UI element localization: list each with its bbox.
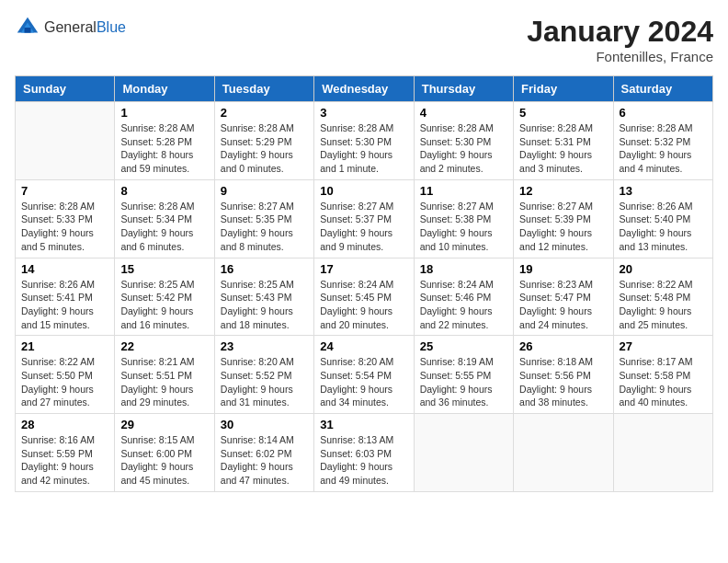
day-number: 22: [120, 339, 208, 353]
day-info: Sunrise: 8:28 AMSunset: 5:28 PMDaylight:…: [120, 121, 208, 176]
calendar-cell: 31Sunrise: 8:13 AMSunset: 6:03 PMDayligh…: [314, 414, 414, 492]
calendar-week-row: 28Sunrise: 8:16 AMSunset: 5:59 PMDayligh…: [16, 414, 713, 492]
calendar-cell: 23Sunrise: 8:20 AMSunset: 5:52 PMDayligh…: [214, 336, 313, 414]
calendar-cell: 15Sunrise: 8:25 AMSunset: 5:42 PMDayligh…: [115, 258, 214, 336]
day-number: 5: [519, 106, 607, 120]
day-info: Sunrise: 8:13 AMSunset: 6:03 PMDaylight:…: [320, 433, 407, 488]
calendar-cell: 21Sunrise: 8:22 AMSunset: 5:50 PMDayligh…: [16, 336, 115, 414]
logo-blue-text: Blue: [97, 19, 126, 36]
weekday-header-monday: Monday: [115, 76, 214, 102]
calendar-cell: [414, 414, 513, 492]
day-info: Sunrise: 8:27 AMSunset: 5:39 PMDaylight:…: [519, 200, 607, 254]
day-number: 21: [21, 339, 108, 353]
day-info: Sunrise: 8:24 AMSunset: 5:45 PMDaylight:…: [320, 278, 407, 332]
day-number: 9: [221, 184, 308, 198]
calendar-cell: 4Sunrise: 8:28 AMSunset: 5:30 PMDaylight…: [414, 102, 513, 180]
day-info: Sunrise: 8:20 AMSunset: 5:52 PMDaylight:…: [221, 355, 308, 409]
day-number: 28: [21, 418, 108, 431]
weekday-header-sunday: Sunday: [16, 76, 115, 102]
day-number: 26: [519, 339, 607, 353]
day-number: 8: [120, 184, 208, 198]
location-subtitle: Fontenilles, France: [527, 49, 713, 64]
day-info: Sunrise: 8:28 AMSunset: 5:34 PMDaylight:…: [120, 200, 208, 254]
day-number: 27: [620, 339, 707, 353]
day-number: 12: [519, 184, 607, 198]
day-info: Sunrise: 8:28 AMSunset: 5:32 PMDaylight:…: [620, 121, 707, 176]
day-number: 6: [620, 106, 707, 120]
calendar-cell: 29Sunrise: 8:15 AMSunset: 6:00 PMDayligh…: [115, 414, 214, 492]
day-number: 30: [221, 418, 308, 431]
calendar-cell: 5Sunrise: 8:28 AMSunset: 5:31 PMDaylight…: [514, 102, 613, 180]
calendar-cell: 13Sunrise: 8:26 AMSunset: 5:40 PMDayligh…: [613, 179, 712, 258]
day-number: 18: [420, 262, 507, 276]
weekday-header-saturday: Saturday: [613, 76, 712, 102]
calendar-cell: 3Sunrise: 8:28 AMSunset: 5:30 PMDaylight…: [314, 102, 414, 180]
calendar-cell: 22Sunrise: 8:21 AMSunset: 5:51 PMDayligh…: [115, 336, 214, 414]
day-info: Sunrise: 8:28 AMSunset: 5:30 PMDaylight:…: [320, 121, 407, 176]
logo: GeneralBlue: [15, 15, 126, 40]
day-number: 10: [320, 184, 407, 198]
day-number: 14: [21, 262, 108, 276]
calendar-week-row: 7Sunrise: 8:28 AMSunset: 5:33 PMDaylight…: [16, 179, 713, 258]
calendar-cell: 19Sunrise: 8:23 AMSunset: 5:47 PMDayligh…: [514, 258, 613, 336]
calendar-cell: 27Sunrise: 8:17 AMSunset: 5:58 PMDayligh…: [613, 336, 712, 414]
day-number: 29: [120, 418, 208, 431]
logo-icon: [15, 15, 40, 40]
day-info: Sunrise: 8:25 AMSunset: 5:43 PMDaylight:…: [221, 278, 308, 332]
calendar-cell: [514, 414, 613, 492]
day-number: 15: [120, 262, 208, 276]
day-number: 1: [120, 106, 208, 120]
day-info: Sunrise: 8:28 AMSunset: 5:31 PMDaylight:…: [519, 121, 607, 176]
calendar-week-row: 21Sunrise: 8:22 AMSunset: 5:50 PMDayligh…: [16, 336, 713, 414]
day-number: 4: [420, 106, 507, 120]
logo-general-text: General: [44, 19, 97, 36]
calendar-cell: 9Sunrise: 8:27 AMSunset: 5:35 PMDaylight…: [214, 179, 313, 258]
weekday-header-tuesday: Tuesday: [214, 76, 313, 102]
calendar-table: SundayMondayTuesdayWednesdayThursdayFrid…: [15, 75, 713, 492]
day-info: Sunrise: 8:22 AMSunset: 5:50 PMDaylight:…: [21, 355, 108, 409]
calendar-cell: 24Sunrise: 8:20 AMSunset: 5:54 PMDayligh…: [314, 336, 414, 414]
day-number: 11: [420, 184, 507, 198]
day-number: 13: [620, 184, 707, 198]
day-number: 3: [320, 106, 407, 120]
day-number: 24: [320, 339, 407, 353]
calendar-cell: 18Sunrise: 8:24 AMSunset: 5:46 PMDayligh…: [414, 258, 513, 336]
weekday-header-wednesday: Wednesday: [314, 76, 414, 102]
calendar-cell: 16Sunrise: 8:25 AMSunset: 5:43 PMDayligh…: [214, 258, 313, 336]
weekday-header-friday: Friday: [514, 76, 613, 102]
day-info: Sunrise: 8:28 AMSunset: 5:33 PMDaylight:…: [21, 200, 108, 254]
day-info: Sunrise: 8:28 AMSunset: 5:29 PMDaylight:…: [221, 121, 308, 176]
day-number: 20: [620, 262, 707, 276]
day-info: Sunrise: 8:18 AMSunset: 5:56 PMDaylight:…: [519, 355, 607, 409]
day-number: 25: [420, 339, 507, 353]
day-number: 2: [221, 106, 308, 120]
day-info: Sunrise: 8:16 AMSunset: 5:59 PMDaylight:…: [21, 433, 108, 488]
day-info: Sunrise: 8:25 AMSunset: 5:42 PMDaylight:…: [120, 278, 208, 332]
calendar-cell: 28Sunrise: 8:16 AMSunset: 5:59 PMDayligh…: [16, 414, 115, 492]
day-number: 19: [519, 262, 607, 276]
day-info: Sunrise: 8:21 AMSunset: 5:51 PMDaylight:…: [120, 355, 208, 409]
day-info: Sunrise: 8:27 AMSunset: 5:35 PMDaylight:…: [221, 200, 308, 254]
day-info: Sunrise: 8:26 AMSunset: 5:41 PMDaylight:…: [21, 278, 108, 332]
calendar-cell: 20Sunrise: 8:22 AMSunset: 5:48 PMDayligh…: [613, 258, 712, 336]
calendar-cell: 25Sunrise: 8:19 AMSunset: 5:55 PMDayligh…: [414, 336, 513, 414]
day-info: Sunrise: 8:20 AMSunset: 5:54 PMDaylight:…: [320, 355, 407, 409]
title-block: January 2024 Fontenilles, France: [527, 15, 713, 64]
calendar-cell: 12Sunrise: 8:27 AMSunset: 5:39 PMDayligh…: [514, 179, 613, 258]
svg-rect-2: [25, 28, 31, 33]
logo-text: GeneralBlue: [44, 19, 126, 36]
day-info: Sunrise: 8:24 AMSunset: 5:46 PMDaylight:…: [420, 278, 507, 332]
day-number: 16: [221, 262, 308, 276]
day-info: Sunrise: 8:28 AMSunset: 5:30 PMDaylight:…: [420, 121, 507, 176]
calendar-cell: 7Sunrise: 8:28 AMSunset: 5:33 PMDaylight…: [16, 179, 115, 258]
day-info: Sunrise: 8:14 AMSunset: 6:02 PMDaylight:…: [221, 433, 308, 488]
day-info: Sunrise: 8:27 AMSunset: 5:38 PMDaylight:…: [420, 200, 507, 254]
calendar-cell: 14Sunrise: 8:26 AMSunset: 5:41 PMDayligh…: [16, 258, 115, 336]
calendar-cell: 6Sunrise: 8:28 AMSunset: 5:32 PMDaylight…: [613, 102, 712, 180]
day-number: 31: [320, 418, 407, 431]
day-info: Sunrise: 8:15 AMSunset: 6:00 PMDaylight:…: [120, 433, 208, 488]
day-info: Sunrise: 8:26 AMSunset: 5:40 PMDaylight:…: [620, 200, 707, 254]
day-info: Sunrise: 8:23 AMSunset: 5:47 PMDaylight:…: [519, 278, 607, 332]
calendar-cell: 1Sunrise: 8:28 AMSunset: 5:28 PMDaylight…: [115, 102, 214, 180]
calendar-cell: 11Sunrise: 8:27 AMSunset: 5:38 PMDayligh…: [414, 179, 513, 258]
